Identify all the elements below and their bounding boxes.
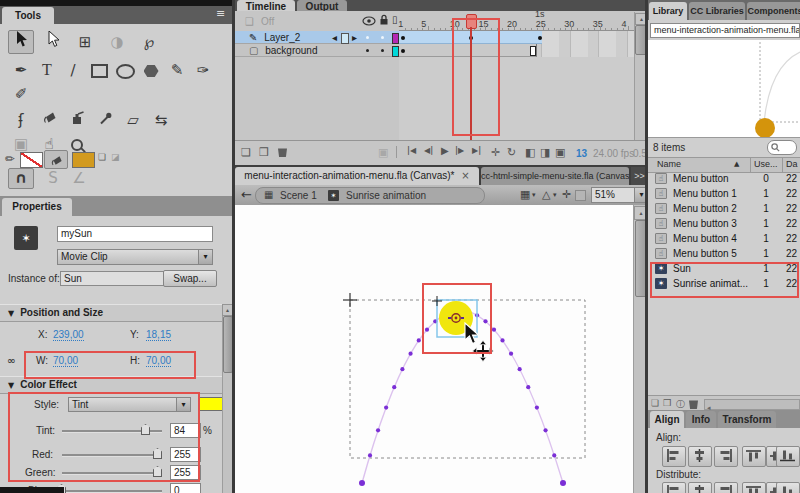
list-item[interactable]: ☝Menu button022 [648,171,800,186]
span-background-layer[interactable] [399,44,537,57]
tint-slider-thumb[interactable] [141,424,150,435]
instance-name-input[interactable]: mySun [57,226,213,242]
column-name[interactable]: Name [657,159,681,169]
text-tool[interactable]: T [34,58,60,82]
new-layer-button[interactable]: ❏ [241,146,251,159]
tab-align[interactable]: Align [650,411,684,428]
snap-to-objects-button[interactable]: ∩ [8,168,34,189]
distribute-vcenter-button[interactable] [688,482,712,493]
close-icon[interactable]: × [461,170,469,181]
red-slider-thumb[interactable] [153,448,162,459]
align-hcenter-button[interactable] [688,446,712,467]
go-to-first-frame-button[interactable]: |◀ [407,146,416,155]
library-hscrollbar[interactable]: ◂ [704,399,800,410]
edit-symbols-button[interactable]: △ [542,188,550,201]
list-item[interactable]: ☝Menu button 1122 [648,186,800,201]
w-value[interactable]: 70,00 [53,355,78,367]
edit-multiple-frames-button[interactable]: ▣ [555,146,565,159]
edit-scene-button[interactable]: ▦ [520,188,530,201]
tab-transform[interactable]: Transform [718,411,776,428]
timeline-ruler[interactable]: 1s 151015202530354 [235,12,634,31]
zoom-level-select[interactable]: 51% ▾ [591,187,649,203]
tab-properties[interactable]: Properties [2,198,72,216]
layer-visible-dot[interactable] [366,49,369,52]
eyedropper-tool[interactable] [92,108,118,132]
h-value[interactable]: 70,00 [146,355,171,367]
frame-rate-value[interactable]: 24.00 fps [593,148,634,159]
library-document-select[interactable]: menu-interaction-animation-menu.fla [650,23,800,38]
fill-bucket-button[interactable] [44,150,68,169]
tab-tools[interactable]: Tools [2,7,54,24]
section-position-size[interactable]: ▼Position and Size [0,304,222,322]
list-item[interactable]: ☝Menu button 2122 [648,201,800,216]
breadcrumb-scene[interactable]: Scene 1 [280,190,317,201]
keyframe-dot[interactable] [538,36,542,40]
clip-content-button[interactable] [575,190,586,201]
column-date[interactable]: Da [786,159,798,169]
column-use-count[interactable]: Use... [754,159,778,169]
paint-bucket-tool[interactable] [36,108,62,132]
width-tool[interactable]: ⇆ [148,108,174,132]
layer-outline-color[interactable] [392,33,399,44]
link-wh-icon[interactable]: ∞ [7,355,15,366]
onion-skin-outline-button[interactable]: ◨ [540,146,550,159]
delete-layer-button[interactable] [278,147,287,159]
distribute-right-button[interactable] [776,482,800,493]
align-right-button[interactable] [714,446,738,467]
distribute-top-button[interactable] [662,482,686,493]
align-left-button[interactable] [662,446,686,467]
playhead-marker[interactable] [466,14,477,29]
layer-row-layer2[interactable]: ✎ Layer_2 ◂ ▸ [235,31,399,44]
tab-output[interactable]: Output [297,0,347,11]
list-item[interactable]: ☝Menu button 4122 [648,231,800,246]
keyframe-dot[interactable] [401,36,405,40]
oval-tool[interactable] [112,58,138,82]
tab-components[interactable]: Components [747,2,800,20]
pen-tool[interactable]: ✒ [8,58,34,82]
layer-lock-dot[interactable] [381,36,384,39]
ink-bottle-tool[interactable] [64,108,90,132]
next-keyframe-icon[interactable]: ▸ [352,31,357,44]
line-tool[interactable]: ∕ [60,58,86,82]
swap-button[interactable]: Swap... [163,270,217,287]
rectangle-tool[interactable] [86,58,112,82]
tab-timeline[interactable]: Timeline [237,0,295,11]
back-arrow-icon[interactable]: ← [241,187,252,202]
swap-colors-icon[interactable]: ❏ [98,152,106,162]
layer-lock-dot[interactable] [381,49,384,52]
new-folder-button[interactable]: ❒ [259,146,269,159]
style-dropdown[interactable]: Tint ▾ [68,397,191,412]
tab-library[interactable]: Library [649,2,687,20]
free-transform-tool[interactable]: ⊞ [72,30,98,54]
list-item[interactable]: ☝Menu button 3122 [648,216,800,231]
onion-skin-button[interactable]: ◧ [525,146,535,159]
green-slider-track[interactable] [62,472,162,475]
straighten-option-button[interactable]: ∠ [66,168,92,189]
new-symbol-button[interactable]: ❏ [651,398,659,408]
smooth-option-button[interactable]: S [40,168,66,189]
polystar-tool[interactable] [138,58,164,82]
section-color-effect[interactable]: ▼Color Effect [0,376,222,394]
pencil-tool[interactable]: ✎ [164,58,190,82]
align-bottom-button[interactable] [776,446,800,467]
align-top-button[interactable] [742,446,766,467]
current-frame-value[interactable]: 13 [576,148,587,159]
stroke-color-swatch[interactable] [20,152,43,168]
step-back-button[interactable]: ◀| [424,146,433,155]
distribute-left-button[interactable] [742,482,766,493]
layer-outline-color[interactable] [392,46,399,57]
stage[interactable]: ▴ [235,205,648,493]
y-value[interactable]: 18,15 [146,329,171,341]
distribute-bottom-button[interactable] [714,482,738,493]
selection-tool[interactable] [8,30,34,54]
fill-color-swatch[interactable] [72,152,95,168]
play-button[interactable]: ▶ [441,145,449,156]
tab-info[interactable]: Info [686,411,716,428]
center-frame-button[interactable]: ✛ [491,146,500,159]
tab-cc-libraries[interactable]: CC Libraries [689,2,745,20]
layer-row-background[interactable]: ▢ background [235,44,399,57]
red-value-input[interactable]: 255 [170,447,201,462]
tint-value-input[interactable]: 84 [170,423,201,438]
blue-value-input[interactable]: 0 [170,483,201,493]
loop-button[interactable]: ↻ [507,146,516,159]
